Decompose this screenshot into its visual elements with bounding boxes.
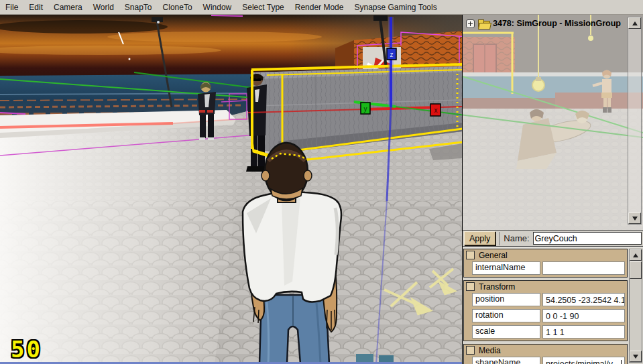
property-row: shapeName projects/minimal/v... [464, 356, 627, 364]
property-inspector: General internalName Transform position … [463, 247, 643, 364]
section-general: General internalName [463, 249, 628, 278]
menu-snapto[interactable]: SnapTo [119, 3, 158, 12]
tree-root-row[interactable]: 3478: SimGroup - MissionGroup [463, 15, 643, 28]
section-checkbox[interactable] [466, 346, 475, 355]
property-key-internalname: internalName [472, 261, 540, 275]
scene-tree: 3478: SimGroup - MissionGroup [463, 15, 643, 231]
menu-window[interactable]: Window [198, 3, 237, 12]
property-row: position 54.2505 -23.2542 4.1 [464, 292, 627, 308]
menu-world[interactable]: World [88, 3, 119, 12]
menu-file[interactable]: File [0, 3, 23, 12]
section-media: Media shapeName projects/minimal/v... [463, 344, 628, 364]
tree-scrollbar[interactable] [628, 17, 642, 225]
shape-name-text: projects/minimal/v [546, 359, 613, 364]
folder-icon [478, 19, 489, 28]
plaza-white-area [0, 114, 248, 364]
section-checkbox[interactable] [466, 282, 475, 291]
inspector-scrollbar[interactable] [629, 249, 642, 363]
section-checkbox[interactable] [466, 251, 475, 259]
gizmo-x-handle[interactable]: x [430, 104, 441, 116]
apply-button[interactable]: Apply [464, 231, 495, 245]
menu-cloneto[interactable]: CloneTo [158, 3, 198, 12]
section-title: Media [479, 346, 501, 355]
property-value-rotation[interactable]: 0 0 -1 90 [542, 309, 625, 322]
text-caret [621, 360, 622, 364]
fps-counter: 50 [11, 336, 42, 363]
svg-text:y: y [364, 105, 367, 113]
name-label: Name: [504, 233, 529, 243]
menubar: File Edit Camera World SnapTo CloneTo Wi… [0, 0, 643, 15]
property-value-shapename[interactable]: projects/minimal/v... [542, 357, 625, 364]
property-key-rotation: rotation [472, 309, 540, 322]
gizmo-y-handle[interactable]: y [361, 103, 370, 114]
menu-synapse-gaming-tools[interactable]: Synapse Gaming Tools [349, 3, 442, 12]
section-title: Transform [479, 282, 515, 292]
tree-root-label: 3478: SimGroup - MissionGroup [493, 19, 621, 28]
menu-camera[interactable]: Camera [48, 3, 88, 12]
name-input[interactable] [533, 232, 642, 245]
menu-select-type[interactable]: Select Type [237, 3, 289, 12]
svg-text:x: x [434, 107, 438, 114]
property-value-internalname[interactable] [542, 261, 625, 275]
editor-right-panel: 3478: SimGroup - MissionGroup Apply Name… [462, 15, 643, 364]
divider [499, 232, 500, 245]
property-key-shapename: shapeName [472, 357, 540, 364]
property-value-position[interactable]: 54.2505 -23.2542 4.1 [542, 293, 625, 306]
property-key-scale: scale [472, 325, 540, 339]
apply-bar: Apply Name: [463, 231, 643, 247]
svg-text:z: z [390, 51, 394, 58]
scroll-up-button[interactable] [630, 249, 642, 261]
gizmo-z-handle[interactable]: z [387, 48, 396, 60]
property-row: scale 1 1 1 [464, 324, 627, 341]
shape-name-ellipsis[interactable]: ... [613, 359, 620, 364]
property-row: internalName [464, 261, 627, 277]
scroll-down-button[interactable] [630, 351, 642, 362]
scroll-down-button[interactable] [628, 213, 641, 224]
scroll-thumb[interactable] [630, 261, 642, 279]
property-row: rotation 0 0 -1 90 [464, 308, 627, 324]
section-transform: Transform position 54.2505 -23.2542 4.1 … [463, 280, 628, 341]
expand-icon[interactable] [466, 19, 475, 28]
property-key-position: position [472, 293, 540, 306]
section-title: General [479, 251, 508, 260]
property-value-scale[interactable]: 1 1 1 [542, 325, 625, 339]
menu-edit[interactable]: Edit [23, 3, 48, 12]
menu-render-mode[interactable]: Render Mode [290, 3, 349, 12]
scroll-up-button[interactable] [628, 17, 641, 29]
